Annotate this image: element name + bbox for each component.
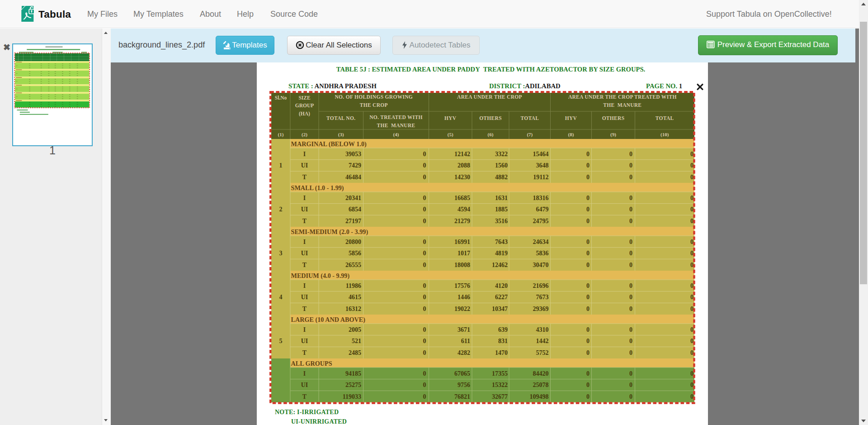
svg-text:NO. TREATED WITH: NO. TREATED WITH (369, 115, 423, 120)
svg-text:831: 831 (498, 338, 508, 344)
svg-text:0: 0 (586, 162, 590, 169)
svg-text:21279: 21279 (454, 218, 470, 224)
svg-text:1442: 1442 (536, 338, 549, 344)
svg-text:(6): (6) (488, 132, 494, 138)
svg-text:15464: 15464 (533, 151, 549, 158)
svg-text:29369: 29369 (533, 306, 549, 312)
svg-text:1470: 1470 (495, 349, 508, 356)
svg-text:19112: 19112 (533, 174, 548, 181)
svg-text:4819: 4819 (495, 250, 508, 257)
svg-text:4615: 4615 (349, 294, 361, 301)
svg-text:5856: 5856 (349, 250, 361, 257)
svg-text:UI: UI (301, 162, 308, 169)
svg-text:15322: 15322 (492, 382, 508, 388)
svg-text:7429: 7429 (349, 162, 361, 169)
svg-text:0: 0 (586, 151, 590, 158)
svg-text:UI: UI (301, 382, 308, 388)
svg-text:6227: 6227 (495, 294, 508, 301)
svg-text:24634: 24634 (533, 239, 549, 245)
svg-text:0: 0 (586, 262, 590, 268)
svg-text:16991: 16991 (454, 239, 470, 245)
svg-text:0: 0 (423, 338, 426, 344)
svg-text:4310: 4310 (536, 326, 549, 333)
svg-text:32677: 32677 (492, 393, 508, 400)
svg-text:GROUP: GROUP (295, 103, 314, 108)
svg-text:67065: 67065 (454, 370, 470, 377)
svg-text:0: 0 (629, 306, 632, 312)
svg-text:T: T (302, 262, 307, 268)
svg-text:0: 0 (423, 206, 426, 213)
svg-text:521: 521 (352, 338, 361, 344)
svg-text:4282: 4282 (458, 349, 470, 356)
svg-text:TOTAL: TOTAL (520, 115, 539, 121)
svg-text:(HA): (HA) (299, 111, 310, 117)
svg-text:0: 0 (586, 282, 590, 289)
svg-text:4882: 4882 (495, 174, 508, 181)
svg-text:20800: 20800 (345, 239, 361, 245)
svg-text:0: 0 (690, 349, 693, 356)
svg-text:(8): (8) (568, 132, 574, 138)
svg-text:0: 0 (629, 174, 632, 181)
svg-text:0: 0 (629, 294, 632, 301)
svg-text:0: 0 (423, 174, 426, 181)
svg-text:3: 3 (279, 250, 283, 257)
svg-text:0: 0 (690, 151, 693, 158)
svg-text:SIZE: SIZE (298, 95, 311, 100)
svg-text:I: I (303, 282, 306, 289)
svg-text:LARGE (10 AND ABOVE): LARGE (10 AND ABOVE) (291, 316, 366, 324)
svg-text:SEMI-MEDIUM (2.0 - 3.99): SEMI-MEDIUM (2.0 - 3.99) (291, 228, 368, 236)
svg-text:0: 0 (423, 218, 426, 224)
svg-text:(3): (3) (338, 132, 344, 138)
svg-text:119033: 119033 (343, 393, 361, 400)
svg-text:5752: 5752 (536, 349, 549, 356)
svg-text:0: 0 (629, 382, 632, 388)
svg-text:26555: 26555 (345, 262, 361, 268)
svg-text:0: 0 (629, 338, 632, 344)
svg-text:TOTAL: TOTAL (656, 115, 674, 121)
svg-text:611: 611 (461, 338, 470, 344)
svg-text:(1): (1) (278, 132, 284, 138)
svg-text:I: I (303, 151, 306, 158)
svg-text:3516: 3516 (495, 218, 508, 224)
svg-text:3648: 3648 (536, 162, 549, 169)
svg-text:0: 0 (690, 174, 693, 181)
svg-text:19022: 19022 (454, 306, 470, 312)
svg-text:0: 0 (423, 151, 426, 158)
svg-text:I: I (303, 370, 306, 377)
svg-text:0: 0 (586, 250, 590, 257)
svg-text:UI: UI (301, 206, 308, 213)
svg-text:0: 0 (586, 370, 590, 377)
svg-text:0: 0 (586, 206, 590, 213)
svg-text:12462: 12462 (492, 262, 508, 268)
svg-text:HYV: HYV (444, 115, 457, 121)
svg-text:0: 0 (586, 382, 590, 388)
svg-text:(10): (10) (660, 132, 669, 138)
svg-text:NO. OF HOLDINGS GROWING: NO. OF HOLDINGS GROWING (335, 94, 413, 100)
svg-text:0: 0 (586, 338, 590, 344)
svg-text:0: 0 (690, 382, 693, 388)
svg-text:0: 0 (586, 326, 590, 333)
svg-text:1560: 1560 (495, 162, 508, 169)
svg-text:18316: 18316 (533, 195, 549, 201)
svg-text:4594: 4594 (458, 206, 470, 213)
svg-text:STATE : ANDHRA PRADESH: STATE : ANDHRA PRADESH (288, 82, 377, 90)
svg-text:0: 0 (690, 162, 693, 169)
svg-text:HYV: HYV (565, 115, 577, 121)
svg-text:0: 0 (423, 393, 426, 400)
svg-text:0: 0 (629, 250, 632, 257)
svg-text:76821: 76821 (454, 393, 470, 400)
svg-text:0: 0 (629, 370, 632, 377)
svg-text:4120: 4120 (495, 282, 508, 289)
svg-text:0: 0 (629, 162, 632, 169)
svg-text:0: 0 (423, 250, 426, 257)
svg-text:0: 0 (690, 195, 693, 201)
svg-text:0: 0 (690, 218, 693, 224)
svg-text:0: 0 (690, 306, 693, 312)
svg-text:0: 0 (423, 162, 426, 169)
svg-text:25275: 25275 (345, 382, 361, 388)
svg-text:I: I (303, 195, 306, 201)
svg-text:6479: 6479 (536, 206, 549, 213)
svg-text:THE CROP: THE CROP (360, 102, 388, 108)
svg-text:0: 0 (586, 306, 590, 312)
svg-text:I: I (303, 326, 306, 333)
